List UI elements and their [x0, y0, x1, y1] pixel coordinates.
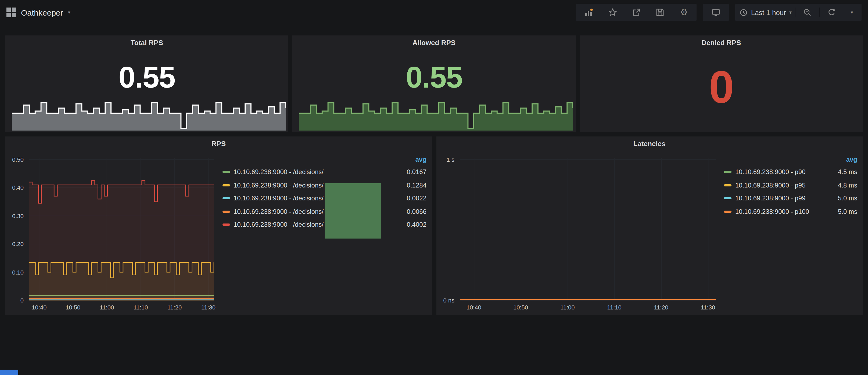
time-picker-button[interactable]: Last 1 hour ▾ [737, 4, 795, 21]
legend-series-color [724, 171, 732, 173]
caret-down-icon: ▾ [850, 10, 853, 15]
x-axis-label: 11:00 [94, 304, 120, 311]
latencies-plot-area[interactable] [460, 158, 715, 301]
panel-title[interactable]: RPS [5, 136, 432, 152]
navbar-left: Oathkeeper ▾ [6, 7, 70, 17]
zoom-out-icon [803, 8, 812, 17]
legend-series-avg: 0.0167 [392, 168, 427, 176]
y-axis-label: 0.20 [12, 241, 24, 247]
y-axis-label: 0.30 [12, 213, 24, 219]
legend-series-label: 10.10.69.238:9000 - p95 [735, 182, 823, 189]
x-axis-label: 10:40 [26, 304, 53, 311]
panel-denied-rps: Denied RPS 0 [580, 35, 863, 132]
legend-series-avg: 5.0 ms [823, 208, 857, 215]
tv-mode-button[interactable] [704, 4, 728, 21]
legend-series-color [222, 211, 230, 213]
legend-series-avg: 0.1284 [392, 182, 427, 189]
x-axis-label: 11:30 [694, 304, 721, 311]
panel-title[interactable]: Allowed RPS [293, 35, 576, 51]
legend-series-avg: 0.4002 [392, 221, 427, 228]
time-range-label: Last 1 hour [751, 8, 786, 17]
legend-series-label: 10.10.69.238:9000 - p99 [735, 195, 823, 202]
legend-series-label: 10.10.69.238:9000 - /decisions/ [234, 168, 392, 176]
zoom-out-button[interactable] [796, 4, 819, 21]
legend-avg-header: avg [723, 154, 857, 165]
add-panel-button[interactable] [578, 4, 601, 21]
x-axis-label: 11:20 [161, 304, 188, 311]
x-axis-label: 11:20 [648, 304, 675, 311]
panel-title[interactable]: Denied RPS [580, 35, 863, 51]
dashboard-title[interactable]: Oathkeeper [21, 8, 63, 17]
chart-body: 00.100.200.300.400.50 10:4010:5011:0011:… [5, 152, 432, 315]
monitor-icon [712, 8, 720, 17]
x-axis-label: 11:30 [195, 304, 222, 311]
navbar-right: ⚙ Last 1 hour ▾ [570, 4, 862, 21]
panel-latencies: Latencies 0 ns1 s 10:4010:5011:0011:1011… [436, 136, 863, 315]
legend-row[interactable]: 10.10.69.238:9000 - /decisions/0.1284 [221, 179, 427, 192]
sparkline [299, 98, 574, 130]
rps-chart: 00.100.200.300.400.50 10:4010:5011:0011:… [5, 152, 219, 315]
settings-button[interactable]: ⚙ [672, 4, 696, 21]
latencies-legend: avg10.10.69.238:9000 - p904.5 ms10.10.69… [721, 152, 863, 315]
grafana-dashboard: Oathkeeper ▾ [0, 0, 868, 375]
y-axis-label: 0.40 [12, 185, 24, 191]
y-axis: 0 ns1 s [436, 158, 458, 301]
legend-row[interactable]: 10.10.69.238:9000 - p995.0 ms [723, 192, 857, 205]
panel-total-rps: Total RPS 0.55 [5, 35, 288, 132]
legend-series-avg: 5.0 ms [823, 195, 857, 202]
panel-actions-group: ⚙ [577, 4, 697, 21]
share-icon [632, 8, 641, 17]
legend-series-color [222, 224, 230, 226]
y-axis-label: 0.50 [12, 156, 24, 163]
x-axis-label: 11:10 [601, 304, 628, 311]
x-axis-label: 11:10 [127, 304, 154, 311]
legend-row[interactable]: 10.10.69.238:9000 - p1005.0 ms [723, 205, 857, 218]
legend-row[interactable]: 10.10.69.238:9000 - p904.5 ms [723, 165, 857, 179]
star-button[interactable] [601, 4, 625, 21]
x-axis: 10:4010:5011:0011:1011:2011:30 [29, 304, 214, 313]
legend-row[interactable]: 10.10.69.238:9000 - /decisions/0.0167 [221, 165, 427, 179]
refresh-button[interactable] [819, 4, 843, 21]
chart-body: 0 ns1 s 10:4010:5011:0011:1011:2011:30 a… [436, 152, 863, 315]
legend-series-color [222, 171, 230, 173]
save-icon [656, 8, 664, 17]
star-icon [609, 8, 617, 17]
panel-title[interactable]: Latencies [436, 136, 863, 152]
green-tooltip-overlay [324, 183, 381, 239]
dashboard-title-caret-icon[interactable]: ▾ [68, 10, 70, 15]
add-panel-icon [585, 8, 594, 17]
y-axis-label: 0 [21, 297, 24, 304]
legend-series-color [724, 211, 732, 213]
legend-series-color [724, 184, 732, 186]
charts-row: RPS 00.100.200.300.400.50 10:4010:5011:0… [5, 136, 863, 315]
legend-series-avg: 0.0022 [392, 195, 427, 202]
legend-row[interactable]: 10.10.69.238:9000 - /decisions/0.0022 [221, 192, 427, 205]
clock-icon [740, 8, 748, 17]
rps-plot-area[interactable] [29, 158, 214, 301]
legend-avg-header: avg [221, 154, 427, 165]
time-controls-group: Last 1 hour ▾ [736, 4, 862, 21]
x-axis-label: 10:40 [460, 304, 487, 311]
save-button[interactable] [648, 4, 672, 21]
legend-series-label: 10.10.69.238:9000 - p90 [735, 168, 823, 176]
legend-row[interactable]: 10.10.69.238:9000 - /decisions/0.0066 [221, 205, 427, 218]
bottom-left-blue-strip [0, 370, 18, 375]
time-picker-caret-icon: ▾ [789, 10, 792, 15]
legend-series-avg: 4.8 ms [823, 182, 857, 189]
apps-grid-icon[interactable] [6, 7, 16, 17]
legend-row[interactable]: 10.10.69.238:9000 - p954.8 ms [723, 179, 857, 192]
refresh-icon [827, 8, 836, 17]
legend-row[interactable]: 10.10.69.238:9000 - /decisions/0.4002 [221, 218, 427, 231]
x-axis: 10:4010:5011:0011:1011:2011:30 [460, 304, 715, 313]
panel-title[interactable]: Total RPS [5, 35, 288, 51]
x-axis-label: 10:50 [60, 304, 87, 311]
stat-value: 0.55 [5, 51, 288, 103]
y-axis-label: 0 ns [443, 297, 455, 304]
share-button[interactable] [625, 4, 648, 21]
y-axis-label: 1 s [446, 156, 455, 163]
legend-series-color [222, 184, 230, 186]
latencies-chart: 0 ns1 s 10:4010:5011:0011:1011:2011:30 [436, 152, 721, 315]
refresh-interval-caret-button[interactable]: ▾ [843, 4, 861, 21]
stats-row: Total RPS 0.55 Allowed RPS 0.55 Denied R… [5, 35, 863, 132]
panel-allowed-rps: Allowed RPS 0.55 [293, 35, 576, 132]
